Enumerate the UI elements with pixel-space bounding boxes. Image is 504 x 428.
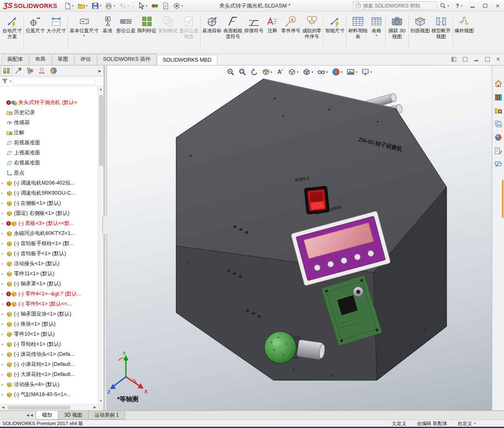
tree-item[interactable]: ▸活动接头<4> (默认) [2,379,97,389]
taskpane-scroll-strip[interactable] [502,180,504,218]
expand-arrow-icon[interactable]: ▸ [2,252,5,256]
expand-arrow-icon[interactable]: ▸ [2,211,5,215]
dropdown-caret-icon[interactable]: ▼ [340,71,343,73]
expand-arrow-icon[interactable]: ▸ [2,312,5,316]
tree-item[interactable]: 前视基准面 [2,138,97,148]
expand-arrow-icon[interactable]: ▸ [2,262,5,266]
tree-filter-input[interactable] [13,78,95,85]
ribbon-button-pattern[interactable]: 阵列特征 [136,14,157,35]
expand-arrow-icon[interactable]: ▸ [2,373,5,376]
document-tab-0[interactable]: 模型 [36,411,58,420]
document-tab-2[interactable]: 运动算例 1 [88,411,125,420]
tree-item[interactable]: ▸(-) 左侧板<1> (默认) [2,198,97,208]
tree-item[interactable]: 原点 [2,168,97,178]
dropdown-caret-icon[interactable]: ▼ [181,5,183,7]
home-button[interactable] [494,79,503,88]
view-palette-button[interactable] [494,119,503,128]
zoom-area-button[interactable] [238,68,247,76]
tree-item[interactable]: ▸(-) 大滚花柱<1> (Default... [2,369,97,379]
command-tab-0[interactable]: 装配体 [1,54,29,65]
expand-arrow-icon[interactable]: ▸ [2,201,5,205]
dropdown-caret-icon[interactable]: ▼ [83,34,86,37]
tree-item[interactable]: ▸(-) 小滚花轮<1> (Default... [2,359,97,369]
filter-dropdown-caret-icon[interactable]: ▼ [9,80,12,83]
expand-arrow-icon[interactable]: ▸ [2,322,5,326]
ribbon-button-note[interactable]: 注释 [264,14,280,35]
document-tab-1[interactable]: 3D 视图 [58,411,89,420]
tree-item[interactable]: ▸(-) 齿轮板手枝柱<1> (默... [2,238,97,248]
print-button[interactable]: ▼ [104,1,117,10]
tab-scroll-left-icon[interactable]: ◀ [30,413,33,417]
expand-arrow-icon[interactable]: ▸ [2,222,5,225]
tree-item[interactable]: ▸(-) 推块<1> (默认) [2,319,97,329]
ribbon-button-locdim[interactable]: 位置尺寸 [25,14,46,35]
ribbon-button-tolstatus[interactable]: 显示公差状态 [178,14,199,40]
forum-button[interactable] [494,159,503,169]
tree-item[interactable]: ▸(-) 齿轮板手<1> (默认) [2,248,97,258]
panel-tab-fm-tree[interactable] [1,66,12,76]
tree-item[interactable]: 右视基准面 [2,158,97,168]
select-button[interactable]: ▼ [136,1,149,10]
resize-grip[interactable] [481,420,504,427]
panel-tab-fm-config[interactable] [24,66,36,76]
tree-item[interactable]: 上视基准面 [2,148,97,158]
tree-item[interactable]: ▸!(-) 零件4<1>--&gt;? (默认... [2,289,97,299]
dropdown-caret-icon[interactable]: ▼ [127,5,129,7]
command-tab-1[interactable]: 布局 [29,54,52,65]
expand-arrow-icon[interactable]: ▸ [2,272,5,276]
undo-button[interactable]: ▼ [118,1,131,10]
search-button[interactable]: ▼ [437,0,452,11]
ribbon-button-datumtarget[interactable]: 基准目标 [201,14,222,35]
tree-item[interactable]: !夹头式转子抛光机 (默认< [2,97,97,107]
section-view-button[interactable]: ▼ [261,68,273,76]
tree-item[interactable]: 注解 [2,128,97,138]
ribbon-button-weld[interactable]: 焊接符号 [243,14,264,35]
dropdown-caret-icon[interactable]: ▼ [86,5,88,7]
view-settings-button[interactable]: ▼ [361,68,373,76]
tree-item[interactable]: ▸(-) 调速电机5RK90GU-C... [2,188,97,198]
view-orientation-button[interactable]: ▼ [288,68,300,76]
search-input[interactable] [363,3,434,9]
dropdown-caret-icon[interactable]: ▼ [370,71,372,73]
expand-arrow-icon[interactable]: ▸ [2,242,5,245]
ribbon-button-gtol[interactable]: 形位公差 [115,14,136,35]
panel-tab-fm-display[interactable] [48,66,59,76]
scroll-up-arrow[interactable]: ▲ [99,86,103,92]
expand-arrow-icon[interactable]: ▸ [2,332,5,336]
dock-window-icon[interactable] [452,57,456,62]
rebuild-button[interactable] [150,1,160,10]
dropdown-caret-icon[interactable]: ▼ [375,34,378,37]
minimize-document-icon[interactable] [474,60,478,61]
hide-show-button[interactable]: ▼ [317,68,329,76]
annotation-3d-button[interactable] [276,68,285,76]
display-style-button[interactable]: ▼ [303,68,314,76]
tab-scroll-left-icon[interactable]: ◀ [26,413,29,417]
expand-arrow-icon[interactable]: ▸ [2,393,5,397]
scroll-left-arrow[interactable]: ◀ [0,405,6,410]
file-props-button[interactable] [161,1,171,10]
restore-button[interactable] [479,0,491,11]
expand-arrow-icon[interactable]: ▸ [2,282,5,286]
ribbon-button-basicdim[interactable]: 基本位置尺寸▼ [69,14,99,38]
dropdown-caret-icon[interactable]: ▼ [474,422,476,425]
close-button[interactable]: × [491,0,504,11]
ribbon-button-surface[interactable]: 表面粗糙度符号 [222,14,243,40]
expand-arrow-icon[interactable]: ▸ [2,363,5,366]
design-library-button[interactable] [494,92,503,102]
command-tab-4[interactable]: SOLIDWORKS 插件 [97,54,157,65]
ribbon-button-section[interactable]: 剖面视图 [410,14,431,35]
dropdown-caret-icon[interactable]: ▼ [270,71,273,73]
dropdown-caret-icon[interactable]: ▼ [297,71,299,73]
help-button[interactable]: ? ▼ [452,3,466,9]
custom-properties-button[interactable] [494,146,503,155]
expand-arrow-icon[interactable]: ▸ [2,352,5,356]
tree-item[interactable]: ▸(-) 气缸MA16-40-S<1>... [2,389,97,399]
scroll-thumb[interactable] [8,406,71,410]
help-search-box[interactable]: ? [353,1,437,10]
scroll-down-arrow[interactable]: ▼ [99,398,103,404]
expand-arrow-icon[interactable]: ▸ [2,302,5,306]
expand-arrow-icon[interactable]: ▸ [2,181,5,185]
ribbon-button-datum[interactable]: 基准 [99,14,115,35]
appearances-button[interactable] [494,133,503,142]
dropdown-caret-icon[interactable]: ▼ [326,71,329,73]
